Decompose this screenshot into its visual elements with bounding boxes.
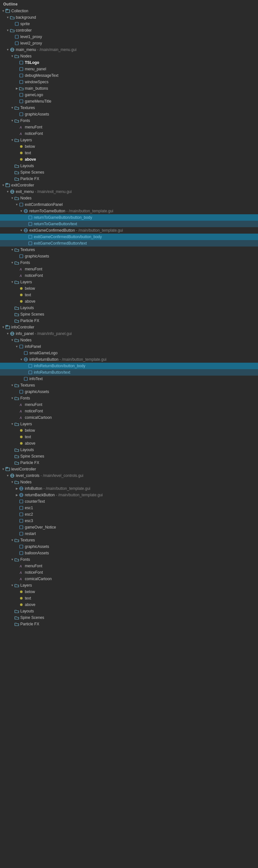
tree-row-esc3[interactable]: esc3	[0, 518, 258, 524]
tree-arrow[interactable]	[10, 339, 14, 342]
tree-row-spineScenes_1[interactable]: Spine Scenes	[0, 169, 258, 176]
tree-row-particleFX_2[interactable]: Particle FX	[0, 317, 258, 324]
tree-row-textures_1[interactable]: Textures	[0, 104, 258, 111]
tree-row-esc1[interactable]: esc1	[0, 505, 258, 511]
tree-arrow[interactable]	[15, 203, 19, 206]
tree-row-below_2[interactable]: below	[0, 285, 258, 292]
tree-row-graphicAssets_3[interactable]: graphicAssets	[0, 389, 258, 395]
tree-row-above_2[interactable]: above	[0, 298, 258, 305]
tree-row-spineScenes_2[interactable]: Spine Scenes	[0, 311, 258, 317]
tree-row-textures_2[interactable]: Textures	[0, 247, 258, 253]
tree-arrow[interactable]	[10, 106, 14, 110]
tree-row-menuFont_1[interactable]: AmenuFont	[0, 124, 258, 130]
tree-row-nodes_2[interactable]: Nodes	[0, 195, 258, 202]
tree-row-infoReturnButton_text[interactable]: infoReturnButton/text	[0, 369, 258, 376]
tree-row-balloonAssets[interactable]: balloonAssets	[0, 550, 258, 556]
tree-row-background[interactable]: background	[0, 14, 258, 21]
tree-row-fonts_1[interactable]: Fonts	[0, 118, 258, 124]
tree-row-spineScenes_4[interactable]: Spine Scenes	[0, 614, 258, 621]
tree-row-text_2[interactable]: text	[0, 292, 258, 298]
tree-row-noticeFont_2[interactable]: AnoticeFont	[0, 272, 258, 279]
tree-row-smallGameLogo[interactable]: smallGameLogo	[0, 350, 258, 356]
tree-row-returnToGameButton_text[interactable]: returnToGameButton/text	[0, 221, 258, 227]
tree-row-TSLogo[interactable]: TSLogo	[0, 59, 258, 66]
tree-row-text_3[interactable]: text	[0, 434, 258, 440]
tree-row-gameMenuTitle[interactable]: gameMenuTitle	[0, 98, 258, 104]
tree-row-below_4[interactable]: below	[0, 589, 258, 595]
tree-row-particleFX_1[interactable]: Particle FX	[0, 176, 258, 182]
tree-row-layouts_1[interactable]: Layouts	[0, 163, 258, 169]
tree-arrow[interactable]	[10, 423, 14, 426]
tree-row-main_buttons[interactable]: main_buttons	[0, 85, 258, 92]
tree-arrow[interactable]	[10, 138, 14, 142]
tree-row-collection[interactable]: Collection	[0, 8, 258, 14]
tree-arrow[interactable]	[10, 261, 14, 264]
tree-row-fonts_4[interactable]: Fonts	[0, 556, 258, 563]
tree-arrow[interactable]	[1, 326, 5, 329]
tree-arrow[interactable]	[10, 480, 14, 484]
tree-arrow[interactable]	[15, 493, 19, 497]
tree-arrow[interactable]	[10, 119, 14, 122]
tree-row-infoController[interactable]: infoController	[0, 324, 258, 331]
tree-row-menuFont_2[interactable]: AmenuFont	[0, 266, 258, 272]
tree-arrow[interactable]	[10, 248, 14, 251]
tree-arrow[interactable]	[15, 87, 19, 90]
tree-row-nodes_1[interactable]: Nodes	[0, 53, 258, 59]
tree-row-noticeFont_4[interactable]: AnoticeFont	[0, 569, 258, 576]
tree-arrow[interactable]	[10, 538, 14, 542]
tree-row-comicalCartoon_3[interactable]: AcomicalCartoon	[0, 414, 258, 421]
tree-row-sprite[interactable]: sprite	[0, 21, 258, 27]
tree-row-textures_3[interactable]: Textures	[0, 382, 258, 389]
tree-row-infoPanel[interactable]: infoPanel	[0, 343, 258, 350]
tree-arrow[interactable]	[6, 29, 10, 32]
tree-row-layers_1[interactable]: Layers	[0, 137, 258, 143]
tree-row-layouts_3[interactable]: Layouts	[0, 446, 258, 453]
tree-row-comicalCartoon_4[interactable]: AcomicalCartoon	[0, 576, 258, 582]
tree-row-fonts_3[interactable]: Fonts	[0, 395, 258, 401]
tree-row-nodes_3[interactable]: Nodes	[0, 337, 258, 343]
tree-arrow[interactable]	[19, 229, 23, 232]
tree-row-menuFont_3[interactable]: AmenuFont	[0, 401, 258, 408]
tree-row-menuFont_4[interactable]: AmenuFont	[0, 563, 258, 569]
tree-row-fonts_2[interactable]: Fonts	[0, 259, 258, 266]
tree-row-text_4[interactable]: text	[0, 595, 258, 601]
tree-row-debugMessageText[interactable]: debugMessageText	[0, 72, 258, 79]
tree-row-returnBackButton[interactable]: returnBackButton - /main/button_template…	[0, 492, 258, 498]
tree-row-below_3[interactable]: below	[0, 427, 258, 434]
tree-row-particleFX_4[interactable]: Particle FX	[0, 621, 258, 627]
tree-row-counterText[interactable]: counterText	[0, 498, 258, 505]
tree-row-layers_4[interactable]: Layers	[0, 582, 258, 589]
tree-arrow[interactable]	[15, 487, 19, 490]
tree-row-infoButton[interactable]: infoButton - /main/button_template.gui	[0, 485, 258, 492]
tree-row-gameLogo[interactable]: gameLogo	[0, 92, 258, 98]
tree-row-exitGameConfirmedButton_body[interactable]: exitGameConfirmedButton/button_body	[0, 234, 258, 240]
tree-row-exitController[interactable]: exitController	[0, 182, 258, 188]
tree-row-levelController[interactable]: levelController	[0, 466, 258, 472]
tree-arrow[interactable]	[10, 584, 14, 587]
tree-arrow[interactable]	[10, 55, 14, 58]
tree-row-above_4[interactable]: above	[0, 601, 258, 608]
tree-row-particleFX_3[interactable]: Particle FX	[0, 460, 258, 466]
tree-row-info_panel[interactable]: info_panel - /main/info_panel.gui	[0, 331, 258, 337]
tree-row-graphicAssets_1[interactable]: graphicAssets	[0, 111, 258, 118]
tree-row-exitGameConfirmedButton[interactable]: exitGameConfirmedButton - /main/button_t…	[0, 227, 258, 234]
tree-row-infoReturnButton_body[interactable]: infoReturnButton/button_body	[0, 363, 258, 369]
tree-row-layers_2[interactable]: Layers	[0, 279, 258, 285]
tree-row-returnToGameButton_body[interactable]: returnToGameButton/button_body	[0, 214, 258, 221]
tree-arrow[interactable]	[1, 9, 5, 12]
tree-row-above_3[interactable]: above	[0, 440, 258, 446]
tree-row-level1_proxy[interactable]: level1_proxy	[0, 34, 258, 40]
tree-arrow[interactable]	[6, 474, 10, 477]
tree-arrow[interactable]	[10, 397, 14, 400]
tree-row-below_1[interactable]: below	[0, 143, 258, 150]
tree-arrow[interactable]	[10, 196, 14, 200]
tree-row-layouts_2[interactable]: Layouts	[0, 305, 258, 311]
tree-row-nodes_4[interactable]: Nodes	[0, 479, 258, 485]
tree-arrow[interactable]	[10, 558, 14, 561]
tree-row-noticeFont_1[interactable]: AnoticeFont	[0, 130, 258, 137]
tree-row-exitGameConfirmedButton_text[interactable]: exitGameConfirmedButton/text	[0, 240, 258, 247]
tree-row-level_controls[interactable]: level_controls - /main/level_controls.gu…	[0, 472, 258, 479]
tree-row-spineScenes_3[interactable]: Spine Scenes	[0, 453, 258, 460]
tree-arrow[interactable]	[6, 190, 10, 193]
tree-row-layers_3[interactable]: Layers	[0, 421, 258, 427]
